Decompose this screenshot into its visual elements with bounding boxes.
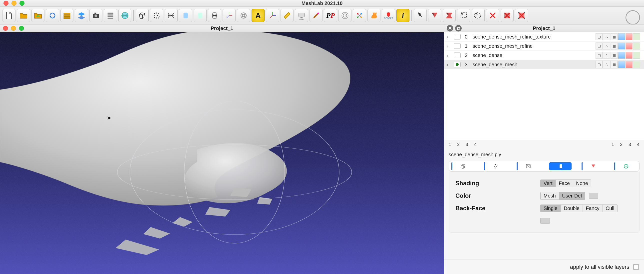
layer-sheets-button[interactable] [104,9,117,22]
mini-points-icon[interactable] [603,43,610,50]
tab-bbox[interactable] [452,162,474,170]
reload-button[interactable] [46,9,59,22]
info-button[interactable]: i [396,9,410,22]
mini-wire-icon[interactable] [610,33,618,40]
mini-bbox-icon[interactable] [596,33,602,40]
snapshot-button[interactable] [90,9,102,22]
bbox-button[interactable] [136,9,149,22]
delete-faces-verts-button[interactable] [515,9,528,22]
chevron-right-icon[interactable]: › [447,62,451,68]
pager-number[interactable]: 3 [628,142,631,147]
segmented-option[interactable]: Cull [602,205,617,212]
pager-number[interactable]: 4 [474,142,477,147]
mini-points-icon[interactable] [603,52,610,59]
mini-wire-icon[interactable] [610,52,618,59]
open-project-button[interactable] [32,9,44,22]
viewport-close-icon[interactable] [3,26,8,31]
panel-undock-icon[interactable]: ⧉ [455,25,462,32]
pager-number[interactable]: 3 [466,142,468,147]
points-button[interactable] [150,9,163,22]
open-button[interactable] [17,9,30,22]
tab-edges[interactable] [614,162,637,170]
viewport-minimize-icon[interactable] [11,26,16,31]
globe-grid-button[interactable] [118,9,132,22]
chevron-right-icon[interactable]: › [447,34,451,40]
mini-bbox-icon[interactable] [596,52,602,59]
window-zoom-icon[interactable] [20,1,24,6]
visibility-toggle[interactable] [454,43,461,49]
segmented-option[interactable]: User-Def [559,192,585,199]
tab-wire[interactable] [516,162,539,170]
raster-align-button[interactable]: Raster [295,9,308,22]
smooth-shaded-button[interactable] [194,9,206,22]
segmented-option[interactable]: Face [556,180,573,187]
pager-number[interactable]: 1 [612,142,614,147]
mini-edge-icon[interactable] [633,61,640,68]
chevron-right-icon[interactable]: › [447,53,451,58]
bunny-button[interactable] [368,9,380,22]
window-close-icon[interactable] [4,1,8,6]
visibility-toggle[interactable] [454,62,461,67]
window-minimize-icon[interactable] [12,1,16,6]
layer-row[interactable]: ›2scene_dense [444,51,644,60]
mini-bbox-icon[interactable] [596,43,602,50]
visibility-toggle[interactable] [454,53,461,58]
segmented-option[interactable]: Single [540,205,561,212]
mini-sel-icon[interactable] [626,52,632,59]
trackball-grid-button[interactable] [237,9,250,22]
pager-number[interactable]: 4 [637,142,640,147]
panel-close-icon[interactable]: ✕ [447,25,453,32]
mini-edge-icon[interactable] [633,43,640,50]
select-none-button[interactable] [414,9,427,22]
layer-toggle-button[interactable] [75,9,88,22]
select-free-button[interactable] [472,9,484,22]
color-swatch[interactable] [589,193,598,199]
mini-sel-icon[interactable] [626,43,632,50]
mini-solid-icon[interactable] [618,52,625,59]
flat-shaded-button[interactable] [179,9,192,22]
mini-solid-icon[interactable] [618,33,625,40]
mini-wire-icon[interactable] [610,61,618,68]
trackball-button[interactable] [266,9,279,22]
delete-verts-button[interactable] [486,9,499,22]
backface-segmented[interactable]: SingleDoubleFancyCull [540,204,618,212]
segmented-option[interactable]: Fancy [583,205,602,212]
mini-edge-icon[interactable] [633,52,640,59]
measure-button[interactable] [280,9,294,22]
georef-button[interactable]: GEOREF [382,9,395,22]
magnet-points-button[interactable] [353,9,366,22]
mini-solid-icon[interactable] [618,61,625,68]
extra-swatch[interactable] [540,218,550,224]
color-segmented[interactable]: MeshUser-Def [540,192,585,200]
mini-edge-icon[interactable] [633,33,640,40]
apply-checkbox[interactable] [633,264,639,270]
layer-row[interactable]: ›3scene_dense_mesh [444,60,644,69]
radar-button[interactable] [338,9,352,22]
select-conn-faces-button[interactable] [443,9,456,22]
tab-selection[interactable] [582,162,604,170]
layer-row[interactable]: ›0scene_dense_mesh_refine_texture [444,32,644,42]
chevron-right-icon[interactable]: › [447,43,451,49]
3d-viewport[interactable]: ➤ [0,32,444,274]
pager-number[interactable]: 2 [457,142,460,147]
segmented-option[interactable]: Double [561,205,583,212]
mini-sel-icon[interactable] [626,61,632,68]
segmented-option[interactable]: Vert [540,180,556,187]
tab-points[interactable] [484,162,506,170]
pp-button[interactable]: PP [324,9,337,22]
shading-segmented[interactable]: VertFaceNone [540,179,591,187]
select-faces-button[interactable] [428,9,441,22]
mini-sel-icon[interactable] [626,33,632,40]
paint-button[interactable] [310,9,322,22]
axes-button[interactable] [222,9,236,22]
visibility-toggle[interactable] [454,34,461,40]
delete-faces-button[interactable] [500,9,514,22]
label-A-button[interactable]: A [252,9,264,22]
wireframe-button[interactable] [164,9,178,22]
select-rect-button[interactable] [457,9,470,22]
tab-solid[interactable] [549,162,572,170]
new-doc-button[interactable] [2,9,16,22]
mini-wire-icon[interactable] [610,43,618,50]
pager-number[interactable]: 2 [620,142,622,147]
pager-number[interactable]: 1 [449,142,451,147]
